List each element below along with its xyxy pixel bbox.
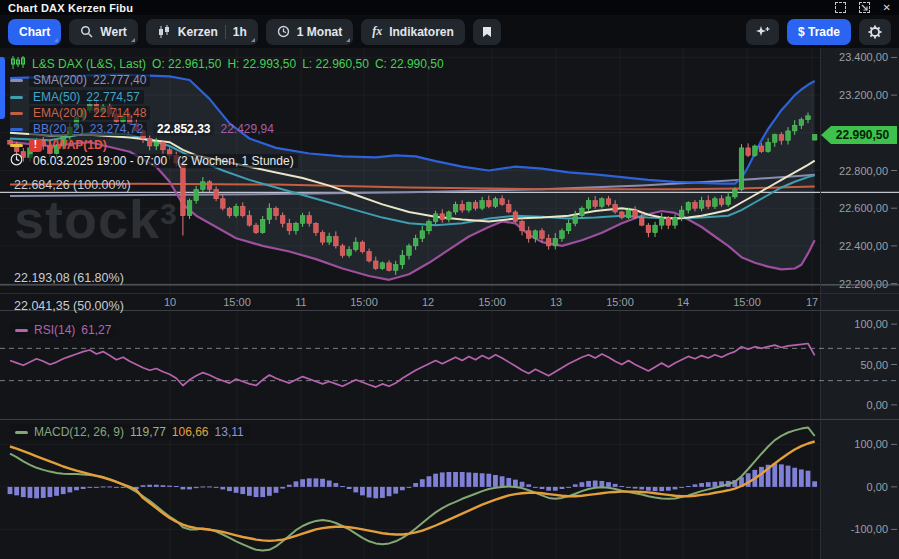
legend-vwap-row[interactable]: ! VWAP(1D) <box>10 138 107 152</box>
bb-color-dash <box>10 128 23 131</box>
search-icon <box>80 25 93 38</box>
macd-axis-label: -100,00 <box>851 523 888 535</box>
fib-level-label: 22.684,26 (100.00%) <box>14 178 131 192</box>
settings-button[interactable] <box>859 19 891 45</box>
chart-window: Chart DAX Kerzen Fibu ✕ Chart Wert Kerze… <box>0 0 899 559</box>
time-axis-label: 17 <box>806 296 818 308</box>
period-button[interactable]: 1 Monat <box>266 19 353 45</box>
legend-ema50-row[interactable]: EMA(50) 22.774,57 <box>10 90 144 104</box>
time-axis-label: 15:00 <box>478 296 506 308</box>
symbol-name: L&S DAX (L&S, Last) <box>32 57 146 71</box>
sma200-color-dash <box>10 79 23 82</box>
wert-button[interactable]: Wert <box>69 19 137 45</box>
popout-icon[interactable] <box>859 2 870 13</box>
legend-symbol-row[interactable]: L&S DAX (L&S, Last) O: 22.961,50 H: 22.9… <box>10 56 444 72</box>
bookmark-button[interactable] <box>473 19 501 45</box>
macd-axis-label: 100,00 <box>854 438 888 450</box>
trade-button[interactable]: $ Trade <box>787 19 851 45</box>
button-divider <box>225 25 226 39</box>
title-bar: Chart DAX Kerzen Fibu ✕ <box>0 0 899 15</box>
close-icon[interactable]: ✕ <box>883 3 891 13</box>
time-axis-label: 14 <box>677 296 689 308</box>
time-axis-label: 15:00 <box>350 296 378 308</box>
ohlc-low: L: 22.960,50 <box>302 57 369 71</box>
stock3-watermark: stock3 <box>14 192 178 246</box>
clock-icon <box>277 25 290 38</box>
candles-icon <box>10 56 26 72</box>
legend-ema200-row[interactable]: EMA(200) 22.714,48 <box>10 106 150 120</box>
ohlc-close: C: 22.990,50 <box>375 57 444 71</box>
candlestick-icon <box>157 25 171 39</box>
macd-legend[interactable]: MACD(12, 26, 9) 119,77 106,66 13,11 <box>10 424 249 440</box>
time-axis-label: 15:00 <box>606 296 634 308</box>
gear-icon <box>868 25 882 39</box>
fib-level-label: 22.041,35 (50.00%) <box>14 299 124 313</box>
ema50-color-dash <box>10 96 23 99</box>
price-axis-label: 22.600,00 <box>839 202 888 214</box>
ohlc-open: O: 22.961,50 <box>152 57 221 71</box>
price-axis-label: 23.200,00 <box>839 89 888 101</box>
rsi-axis-label: 0,00 <box>867 399 888 411</box>
bookmark-icon <box>482 26 492 38</box>
fib-level-label: 22.193,08 (61.80%) <box>14 271 124 285</box>
legend-bb-row[interactable]: BB(20, 2) 23.274,72 22.852,33 22.429,94 <box>10 122 274 136</box>
bb-middle-value: 22.852,33 <box>153 122 214 136</box>
main-toolbar: Chart Wert Kerzen 1h 1 Monat fx Indikato… <box>0 15 899 48</box>
indicators-button[interactable]: fx Indikatoren <box>361 19 465 45</box>
interval-label: 1h <box>233 25 247 39</box>
ohlc-high: H: 22.993,50 <box>227 57 296 71</box>
window-title: Chart DAX Kerzen Fibu <box>8 2 133 14</box>
macd-axis-label: 0,00 <box>867 481 888 493</box>
price-axis-label: 22.400,00 <box>839 240 888 252</box>
price-axis-label: 23.400,00 <box>839 51 888 63</box>
chart-button[interactable]: Chart <box>8 19 61 45</box>
maximize-icon[interactable] <box>835 2 846 13</box>
clock-icon <box>10 153 23 169</box>
legend-sma200-row[interactable]: SMA(200) 22.777,40 <box>10 73 150 87</box>
price-axis-label: 22.200,00 <box>839 278 888 290</box>
legend-timerange-row[interactable]: 06.03.2025 19:00 - 07:00 (2 Wochen, 1 St… <box>10 153 298 169</box>
time-axis-label: 15:00 <box>733 296 761 308</box>
ema200-color-dash <box>10 112 23 115</box>
warning-icon: ! <box>29 139 42 152</box>
vwap-color-dash <box>10 144 23 147</box>
magic-button[interactable] <box>746 19 779 45</box>
rsi-color-dash <box>15 329 28 332</box>
time-axis-label: 13 <box>550 296 562 308</box>
rsi-axis-label: 50,00 <box>860 359 888 371</box>
sparkles-icon <box>755 25 770 39</box>
last-price-badge: 22.990,50 <box>821 126 897 144</box>
rsi-axis-label: 100,00 <box>854 318 888 330</box>
macd-color-dash <box>15 431 28 434</box>
kerzen-interval-button[interactable]: Kerzen 1h <box>146 19 258 45</box>
fx-icon: fx <box>372 24 382 39</box>
price-axis-label: 22.800,00 <box>839 165 888 177</box>
time-axis-label: 11 <box>295 296 306 308</box>
rsi-legend[interactable]: RSI(14) 61,27 <box>10 322 116 338</box>
drawing-toolbar-accent[interactable] <box>0 57 5 119</box>
time-axis-label: 10 <box>164 296 176 308</box>
time-axis-label: 12 <box>422 296 434 308</box>
time-axis-label: 15:00 <box>223 296 251 308</box>
